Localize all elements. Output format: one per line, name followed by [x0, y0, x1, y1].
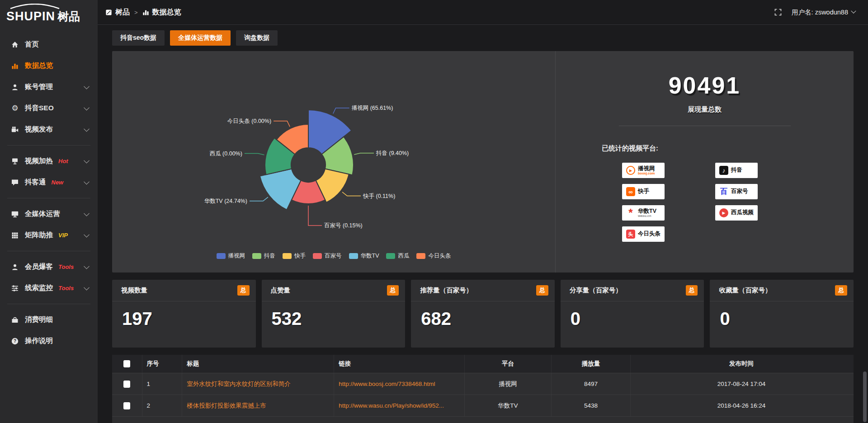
sidebar-item-1[interactable]: 数据总览 — [0, 55, 98, 76]
legend-item-西瓜[interactable]: 西瓜 — [386, 252, 409, 260]
platform-badge-texts: 西瓜视频 — [731, 210, 754, 216]
pie-label-line — [274, 121, 290, 127]
legend-label: 播视网 — [228, 252, 245, 260]
gear-icon: ⚙ — [11, 105, 19, 112]
breadcrumb-separator: > — [134, 9, 138, 16]
table-cell-c-title[interactable]: 室外水纹灯和室内水纹灯的区别和简介 — [182, 373, 334, 395]
tab-1[interactable]: 全媒体运营数据 — [170, 30, 231, 46]
sidebar-item-9[interactable]: 会员爆客Tools — [0, 256, 98, 277]
table-cell-c-time: 2017-08-24 17:04 — [630, 373, 852, 395]
username: zswodun88 — [815, 9, 848, 16]
sidebar-item-2[interactable]: 账号管理 — [0, 76, 98, 98]
pie-label-line — [354, 153, 374, 155]
brand-text: SHUPIN — [6, 9, 55, 24]
platform-badge-快手[interactable]: ∞快手 — [622, 184, 665, 199]
chevron-down-icon — [84, 157, 90, 163]
table-cell-c-link[interactable]: http://www.boosj.com/7338468.html — [334, 373, 464, 395]
legend-label: 快手 — [294, 252, 306, 260]
legend-item-快手[interactable]: 快手 — [283, 252, 306, 260]
sidebar-item-label: 账号管理 — [25, 82, 53, 92]
tab-2[interactable]: 询盘数据 — [236, 30, 278, 46]
checkbox[interactable] — [123, 360, 130, 367]
platform-badge-texts: 华数TVwasu.cn — [638, 208, 656, 218]
legend-item-百家号[interactable]: 百家号 — [313, 252, 342, 260]
platform-badge-抖音[interactable]: ♪抖音 — [715, 163, 758, 178]
legend-label: 华数TV — [361, 252, 379, 260]
legend-chip — [217, 253, 226, 259]
table-cell-c-plat: 播视网 — [464, 373, 551, 395]
breadcrumb-current[interactable]: 数据总览 — [152, 8, 181, 17]
tab-bar: 抖音seo数据全媒体运营数据询盘数据 — [112, 30, 854, 46]
stat-card-title: 分享量（百家号） — [570, 286, 622, 295]
legend-item-抖音[interactable]: 抖音 — [252, 252, 275, 260]
chevron-down-icon — [84, 231, 90, 237]
user-menu[interactable]: 用户名: zswodun88 — [792, 8, 855, 17]
stat-card-value: 0 — [720, 309, 854, 329]
checkbox[interactable] — [123, 402, 130, 409]
stat-card-header: 收藏量（百家号）总 — [710, 280, 854, 301]
rose-pie-chart[interactable]: 播视网 (65.61%)抖音 (9.40%)快手 (0.11%)百家号 (0.1… — [112, 51, 555, 245]
total-badge[interactable]: 总 — [686, 285, 698, 296]
legend-label: 今日头条 — [428, 252, 451, 260]
sidebar-item-5[interactable]: 视频加热Hot — [0, 150, 98, 172]
chevron-down-icon — [84, 263, 90, 269]
sidebar-item-6[interactable]: 抖客通New — [0, 172, 98, 193]
pie-label-抖音: 抖音 (9.40%) — [376, 150, 409, 156]
sidebar-item-10[interactable]: 线索监控Tools — [0, 277, 98, 299]
platform-badge-西瓜视频[interactable]: ▶西瓜视频 — [715, 205, 758, 221]
total-impressions-label: 展现量总数 — [556, 105, 854, 114]
app-square-icon — [105, 9, 112, 16]
stat-card-1: 点赞量总532 — [262, 280, 406, 348]
sidebar-item-0[interactable]: 首页 — [0, 34, 98, 55]
sidebar-item-label: 抖音SEO — [25, 103, 54, 113]
platform-name: 华数TV — [638, 208, 656, 214]
divider — [7, 145, 90, 146]
fullscreen-icon[interactable] — [774, 9, 782, 16]
legend-chip — [416, 253, 425, 259]
breadcrumb-root[interactable]: 树品 — [115, 8, 130, 17]
table-cell-checkbox — [112, 373, 142, 395]
sidebar-item-3[interactable]: ⚙抖音SEO — [0, 98, 98, 119]
scrollbar[interactable] — [863, 371, 867, 422]
platform-sub: wasu.cn — [638, 214, 656, 218]
tab-0[interactable]: 抖音seo数据 — [112, 30, 165, 46]
sidebar-item-7[interactable]: 全媒体运营 — [0, 203, 98, 225]
sidebar-item-12[interactable]: ?操作说明 — [0, 330, 98, 352]
chevron-down-icon — [84, 83, 90, 89]
sidebar-item-4[interactable]: 视频发布 — [0, 119, 98, 140]
platform-column-0: ▶播视网boosj.com∞快手*华数TVwasu.cn头今日头条 — [622, 163, 665, 242]
xigua-logo: ▶ — [719, 208, 728, 217]
content: 抖音seo数据全媒体运营数据询盘数据 播视网 (65.61%)抖音 (9.40%… — [98, 25, 868, 423]
stat-card-title: 推荐量（百家号） — [420, 286, 472, 295]
total-badge[interactable]: 总 — [835, 285, 847, 296]
chevron-down-icon — [84, 126, 90, 132]
legend-item-华数TV[interactable]: 华数TV — [349, 252, 379, 260]
platform-badge-播视网[interactable]: ▶播视网boosj.com — [622, 163, 665, 178]
platform-badge-今日头条[interactable]: 头今日头条 — [622, 226, 665, 242]
platform-badge-华数TV[interactable]: *华数TVwasu.cn — [622, 205, 665, 221]
total-badge[interactable]: 总 — [237, 285, 250, 296]
platform-name: 抖音 — [731, 167, 742, 173]
legend-item-播视网[interactable]: 播视网 — [217, 252, 245, 260]
pie-label-今日头条: 今日头条 (0.00%) — [227, 118, 271, 124]
legend-item-今日头条[interactable]: 今日头条 — [416, 252, 451, 260]
grid-icon — [11, 232, 19, 239]
summary-divider — [619, 126, 791, 126]
table-cell-c-link[interactable]: http://www.wasu.cn/Play/show/id/952... — [334, 395, 464, 416]
table-cell-c-title[interactable]: 楼体投影灯投影效果震撼上市 — [182, 395, 334, 416]
wasu-logo: * — [626, 208, 635, 217]
breadcrumb: 树品 > 数据总览 — [105, 8, 181, 17]
checkbox[interactable] — [123, 381, 130, 388]
total-badge[interactable]: 总 — [387, 285, 399, 296]
sidebar-nav: 首页数据总览账号管理⚙抖音SEO视频发布视频加热Hot抖客通New全媒体运营矩阵… — [0, 34, 98, 352]
chevron-down-icon — [851, 9, 856, 14]
table-header-c-time: 发布时间 — [630, 355, 852, 373]
brand-logo: SHUPIN 树品 — [0, 0, 98, 27]
table-cell-c-views: 8497 — [551, 373, 630, 395]
total-badge[interactable]: 总 — [536, 285, 548, 296]
platform-badge-百家号[interactable]: 百百家号 — [715, 184, 758, 199]
stat-card-2: 推荐量（百家号）总682 — [411, 280, 555, 348]
sidebar-item-11[interactable]: 消费明细 — [0, 309, 98, 330]
stat-card-title: 收藏量（百家号） — [719, 286, 771, 295]
sidebar-item-8[interactable]: 矩阵助推VIP — [0, 225, 98, 246]
